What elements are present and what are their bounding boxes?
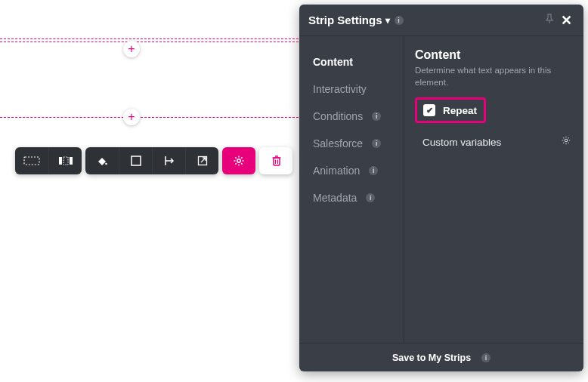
sidebar-item-conditions[interactable]: Conditions i bbox=[310, 103, 404, 130]
custom-variables-label: Custom variables bbox=[422, 137, 501, 148]
insert-guide-top2 bbox=[0, 42, 302, 42]
sidebar-item-label: Content bbox=[313, 56, 353, 68]
settings-panel: Strip Settings ▾ i ✕ Content Interactivi… bbox=[299, 5, 583, 371]
fill-button[interactable] bbox=[85, 147, 119, 174]
content-pane: Content Determine what text appears in t… bbox=[404, 36, 583, 343]
sidebar-item-label: Interactivity bbox=[313, 83, 367, 95]
chevron-down-icon: ▾ bbox=[385, 15, 390, 26]
sidebar-item-label: Metadata bbox=[313, 192, 357, 204]
content-description: Determine what text appears in this elem… bbox=[415, 65, 573, 88]
border-button[interactable] bbox=[119, 147, 152, 174]
plus-icon: + bbox=[128, 42, 135, 55]
sidebar-item-content[interactable]: Content bbox=[310, 48, 404, 75]
svg-rect-3 bbox=[63, 157, 68, 165]
panel-header: Strip Settings ▾ i ✕ bbox=[299, 5, 583, 36]
insert-guide-bottom bbox=[0, 117, 302, 118]
svg-rect-10 bbox=[274, 158, 280, 165]
pin-icon[interactable] bbox=[541, 14, 558, 27]
align-button[interactable] bbox=[152, 147, 185, 174]
custom-variables-row[interactable]: Custom variables bbox=[415, 131, 573, 149]
gear-icon bbox=[233, 155, 245, 167]
repeat-label: Repeat bbox=[443, 105, 477, 116]
svg-point-15 bbox=[565, 139, 568, 142]
sidebar-item-salesforce[interactable]: Salesforce i bbox=[310, 130, 404, 157]
sidebar-item-label: Conditions bbox=[313, 110, 363, 122]
footer-label: Save to My Strips bbox=[392, 353, 471, 363]
external-link-icon bbox=[197, 156, 208, 166]
settings-button[interactable] bbox=[222, 147, 255, 174]
sidebar-item-interactivity[interactable]: Interactivity bbox=[310, 75, 404, 103]
full-width-icon bbox=[23, 156, 40, 165]
svg-rect-5 bbox=[132, 156, 141, 165]
info-icon: i bbox=[369, 166, 378, 175]
info-icon: i bbox=[372, 112, 381, 121]
add-strip-top[interactable]: + bbox=[123, 41, 140, 57]
full-width-button[interactable] bbox=[15, 147, 48, 174]
paint-bucket-icon bbox=[96, 155, 108, 167]
plus-icon: + bbox=[128, 110, 135, 123]
svg-point-9 bbox=[237, 159, 240, 162]
delete-button[interactable] bbox=[259, 147, 292, 174]
sidebar-item-label: Animation bbox=[313, 165, 360, 177]
square-icon bbox=[131, 156, 141, 166]
info-icon[interactable]: i bbox=[395, 16, 404, 25]
settings-sidebar: Content Interactivity Conditions i Sales… bbox=[299, 36, 404, 343]
align-left-icon bbox=[164, 156, 175, 166]
close-icon[interactable]: ✕ bbox=[558, 12, 574, 29]
gear-icon[interactable] bbox=[561, 135, 571, 149]
add-strip-bottom[interactable]: + bbox=[123, 109, 140, 125]
repeat-option[interactable]: ✔ Repeat bbox=[415, 97, 486, 123]
sidebar-item-label: Salesforce bbox=[313, 137, 363, 149]
sidebar-item-animation[interactable]: Animation i bbox=[310, 157, 404, 184]
toolbar-group-dimensions bbox=[15, 147, 82, 174]
sidebar-item-metadata[interactable]: Metadata i bbox=[310, 184, 404, 211]
info-icon: i bbox=[481, 353, 491, 362]
panel-title-dropdown[interactable]: Strip Settings ▾ bbox=[308, 14, 390, 26]
open-button[interactable] bbox=[185, 147, 218, 174]
svg-rect-1 bbox=[59, 157, 62, 165]
save-to-my-strips[interactable]: Save to My Strips i bbox=[299, 343, 583, 371]
toolbar bbox=[15, 147, 292, 174]
panel-body: Content Interactivity Conditions i Sales… bbox=[299, 36, 583, 343]
info-icon: i bbox=[366, 193, 375, 202]
toolbar-group-style bbox=[85, 147, 218, 174]
box-width-icon bbox=[57, 156, 74, 165]
svg-rect-0 bbox=[24, 157, 39, 165]
checkbox-checked-icon[interactable]: ✔ bbox=[423, 104, 435, 116]
box-width-button[interactable] bbox=[48, 147, 82, 174]
insert-guide-top bbox=[0, 39, 302, 39]
info-icon: i bbox=[372, 139, 381, 148]
panel-title-label: Strip Settings bbox=[308, 14, 382, 26]
svg-rect-2 bbox=[70, 157, 73, 165]
svg-point-4 bbox=[105, 163, 107, 165]
content-heading: Content bbox=[415, 48, 573, 62]
trash-icon bbox=[271, 155, 282, 167]
